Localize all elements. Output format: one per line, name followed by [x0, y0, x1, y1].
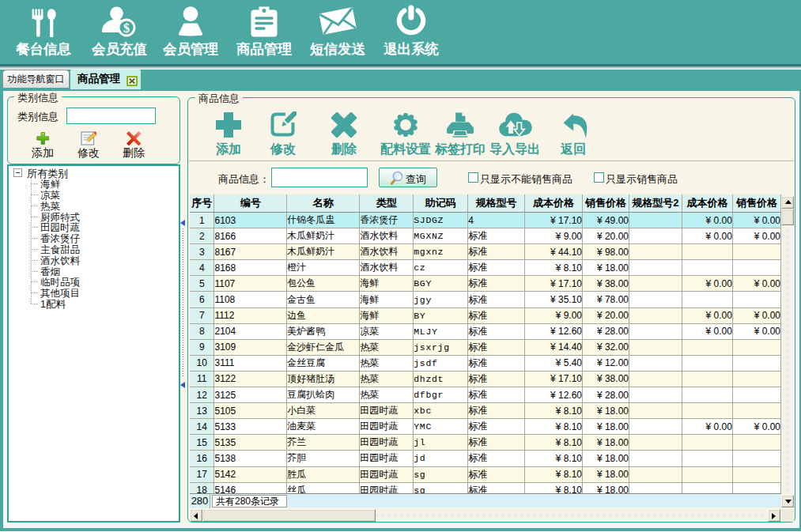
svg-text:$: $: [123, 21, 130, 35]
